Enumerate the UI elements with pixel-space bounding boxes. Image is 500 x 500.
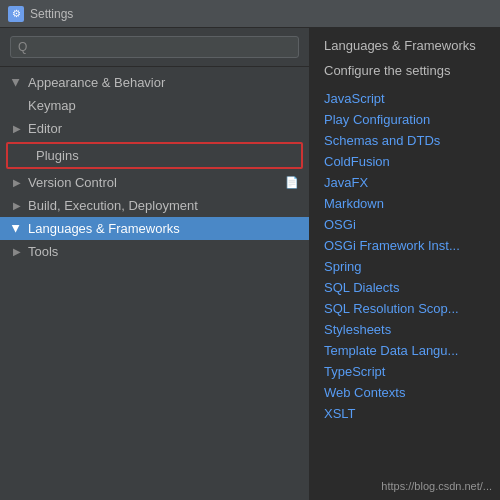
arrow-icon: ▶	[10, 176, 24, 190]
right-panel-description: Configure the settings	[324, 63, 486, 78]
file-icon: 📄	[285, 176, 299, 189]
right-panel-item[interactable]: ColdFusion	[324, 151, 486, 172]
right-panel-item[interactable]: Spring	[324, 256, 486, 277]
sidebar-item-appearance[interactable]: ▶ Appearance & Behavior	[0, 71, 309, 94]
right-panel-item[interactable]: Schemas and DTDs	[324, 130, 486, 151]
sidebar-item-build[interactable]: ▶ Build, Execution, Deployment	[0, 194, 309, 217]
app-title: Settings	[30, 7, 73, 21]
title-bar: ⚙ Settings	[0, 0, 500, 28]
nav-list: ▶ Appearance & Behavior Keymap ▶ Editor …	[0, 67, 309, 500]
sidebar-item-label: Version Control	[28, 175, 117, 190]
arrow-icon: ▶	[10, 122, 24, 136]
arrow-icon: ▶	[10, 199, 24, 213]
sidebar-item-label: Appearance & Behavior	[28, 75, 165, 90]
right-panel-item[interactable]: Play Configuration	[324, 109, 486, 130]
right-panel-items: JavaScriptPlay ConfigurationSchemas and …	[324, 88, 486, 424]
sidebar-item-label: Plugins	[36, 148, 79, 163]
sidebar: Q ▶ Appearance & Behavior Keymap ▶ Edito…	[0, 28, 310, 500]
right-panel: Languages & Frameworks Configure the set…	[310, 28, 500, 500]
right-panel-item[interactable]: Web Contexts	[324, 382, 486, 403]
sidebar-item-languages[interactable]: ▶ Languages & Frameworks	[0, 217, 309, 240]
arrow-icon: ▶	[10, 76, 24, 90]
sidebar-item-label: Keymap	[28, 98, 76, 113]
right-panel-item[interactable]: SQL Dialects	[324, 277, 486, 298]
right-panel-item[interactable]: Template Data Langu...	[324, 340, 486, 361]
arrow-icon: ▶	[10, 222, 24, 236]
search-box: Q	[0, 28, 309, 67]
right-panel-item[interactable]: JavaFX	[324, 172, 486, 193]
right-panel-item[interactable]: XSLT	[324, 403, 486, 424]
right-panel-item[interactable]: TypeScript	[324, 361, 486, 382]
watermark: https://blog.csdn.net/...	[381, 480, 492, 492]
sidebar-item-label: Tools	[28, 244, 58, 259]
sidebar-item-tools[interactable]: ▶ Tools	[0, 240, 309, 263]
sidebar-item-label: Editor	[28, 121, 62, 136]
sidebar-item-label: Languages & Frameworks	[28, 221, 180, 236]
search-icon: Q	[18, 40, 27, 54]
arrow-icon: ▶	[10, 245, 24, 259]
sidebar-item-version-control[interactable]: ▶ Version Control 📄	[0, 171, 309, 194]
sidebar-item-keymap[interactable]: Keymap	[0, 94, 309, 117]
right-panel-item[interactable]: Markdown	[324, 193, 486, 214]
right-panel-item[interactable]: OSGi Framework Inst...	[324, 235, 486, 256]
right-panel-item[interactable]: Stylesheets	[324, 319, 486, 340]
right-panel-title: Languages & Frameworks	[324, 38, 486, 53]
right-panel-item[interactable]: SQL Resolution Scop...	[324, 298, 486, 319]
right-panel-item[interactable]: JavaScript	[324, 88, 486, 109]
sidebar-item-editor[interactable]: ▶ Editor	[0, 117, 309, 140]
sidebar-item-label: Build, Execution, Deployment	[28, 198, 198, 213]
sidebar-item-plugins[interactable]: Plugins	[6, 142, 303, 169]
search-input[interactable]	[32, 40, 291, 54]
app-icon: ⚙	[8, 6, 24, 22]
right-panel-item[interactable]: OSGi	[324, 214, 486, 235]
